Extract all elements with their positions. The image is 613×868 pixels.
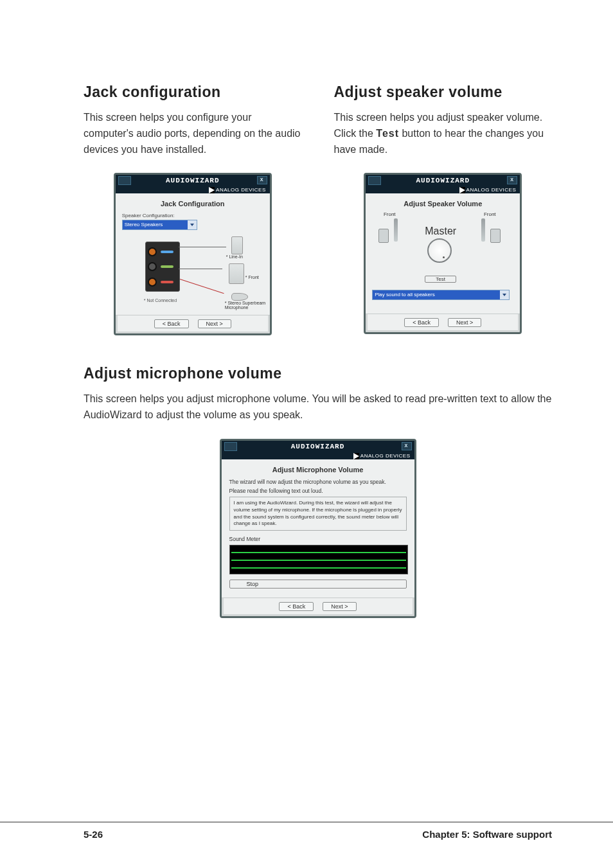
dialog-titlebar: AUDIOWIZARD X: [222, 441, 414, 452]
speaker-config-label: Speaker Configuration:: [122, 213, 263, 218]
front-label: * Front: [245, 275, 259, 279]
next-button[interactable]: Next >: [323, 602, 356, 611]
chapter-label: Chapter 5: Software support: [422, 829, 552, 840]
speaker-heading: Adjust speaker volume: [334, 84, 553, 101]
speaker-body: This screen helps you adjust speaker vol…: [334, 110, 553, 157]
back-button[interactable]: < Back: [154, 319, 189, 328]
jack-dialog: AUDIOWIZARD X ANALOG DEVICES Jack Config…: [114, 173, 272, 335]
front-left-label: Front: [378, 211, 400, 217]
test-button[interactable]: Test: [425, 276, 456, 283]
dialog-titlebar: AUDIOWIZARD X: [116, 175, 270, 186]
jack-dialog-body: Jack Configuration Speaker Configuration…: [116, 193, 270, 315]
speaker-config-dropdown[interactable]: Stereo Speakers: [122, 220, 197, 230]
master-label: Master: [425, 226, 454, 237]
app-icon: [368, 176, 381, 185]
jack-heading: Jack configuration: [84, 84, 302, 101]
mic-body: This screen helps you adjust microphone …: [84, 391, 552, 423]
brand-icon: [209, 187, 215, 193]
jack-config-section: Jack configuration This screen helps you…: [84, 84, 302, 335]
close-icon[interactable]: X: [402, 442, 412, 450]
adjust-speaker-section: Adjust speaker volume This screen helps …: [334, 84, 553, 335]
play-sound-dropdown[interactable]: Play sound to all speakers: [372, 290, 510, 300]
line-in-device-icon: [231, 236, 243, 254]
front-left-slider[interactable]: [394, 218, 398, 242]
speaker-dialog-body: Adjust Speaker Volume Front Front: [366, 193, 520, 314]
front-left-control: Front: [378, 211, 400, 243]
master-control: Master: [425, 226, 454, 264]
chevron-down-icon: [500, 290, 509, 299]
app-icon: [118, 176, 131, 185]
jack-dialog-footer: < Back Next >: [116, 315, 270, 333]
mic-dialog: AUDIOWIZARD X ANALOG DEVICES Adjust Micr…: [220, 439, 416, 618]
back-button[interactable]: < Back: [404, 318, 439, 327]
dialog-title: AUDIOWIZARD: [291, 443, 345, 450]
brand-icon: [459, 187, 465, 193]
sound-meter-label: Sound Meter: [229, 536, 407, 542]
brand-row: ANALOG DEVICES: [116, 186, 270, 193]
brand-row: ANALOG DEVICES: [222, 452, 414, 459]
stop-button[interactable]: Stop: [229, 580, 407, 589]
jack-body: This screen helps you configure your com…: [84, 110, 302, 157]
master-dial[interactable]: [427, 238, 452, 263]
page: Jack configuration This screen helps you…: [0, 0, 613, 868]
page-number: 5-26: [84, 829, 103, 840]
speaker-dialog-footer: < Back Next >: [366, 314, 520, 332]
back-button[interactable]: < Back: [279, 602, 314, 611]
brand-icon: [353, 453, 359, 459]
brand-row: ANALOG DEVICES: [366, 186, 520, 193]
microphone-device-icon: [231, 293, 248, 301]
mic-line1: The wizard will now adjust the microphon…: [229, 479, 407, 485]
mic-line2: Please read the following text out loud.: [229, 488, 407, 494]
adjust-mic-section: Adjust microphone volume This screen hel…: [84, 365, 552, 618]
page-footer: 5-26 Chapter 5: Software support: [0, 822, 613, 840]
mic-read-text: I am using the AudioWizard. During this …: [229, 497, 407, 531]
chevron-down-icon: [188, 220, 197, 229]
brand-text: ANALOG DEVICES: [466, 188, 517, 193]
mic-heading: Adjust microphone volume: [84, 365, 552, 382]
front-right-slider[interactable]: [481, 218, 485, 242]
speaker-subtitle: Adjust Speaker Volume: [372, 200, 513, 208]
app-icon: [224, 442, 237, 451]
mic-subtitle: Adjust Microphone Volume: [229, 466, 407, 474]
play-sound-value: Play sound to all speakers: [373, 290, 500, 299]
top-columns: Jack configuration This screen helps you…: [84, 84, 552, 335]
dialog-title: AUDIOWIZARD: [166, 177, 220, 184]
speaker-dialog: AUDIOWIZARD X ANALOG DEVICES Adjust Spea…: [364, 173, 522, 334]
brand-text: ANALOG DEVICES: [216, 188, 266, 193]
speaker-icon: [378, 229, 389, 243]
front-right-control: Front: [479, 211, 501, 243]
speaker-icon: [490, 229, 501, 243]
line-in-label: * Line-In: [226, 254, 243, 259]
sound-meter: [229, 545, 408, 574]
not-connected-label: * Not Connected: [144, 298, 177, 303]
next-button[interactable]: Next >: [448, 318, 481, 327]
dialog-title: AUDIOWIZARD: [416, 177, 470, 184]
close-icon[interactable]: X: [507, 176, 517, 184]
jack-panel: [145, 242, 180, 292]
mic-label: * Stereo Superbeam Microphone: [225, 301, 270, 310]
jack-subtitle: Jack Configuration: [122, 200, 263, 208]
mic-dialog-footer: < Back Next >: [222, 598, 414, 616]
jack-diagram: * Line-In * Front * Stereo Superbeam Mic…: [122, 234, 263, 311]
brand-text: ANALOG DEVICES: [360, 454, 411, 459]
front-speaker-icon: [229, 263, 244, 284]
speaker-config-value: Stereo Speakers: [123, 220, 188, 229]
front-right-label: Front: [479, 211, 501, 217]
dialog-titlebar: AUDIOWIZARD X: [366, 175, 520, 186]
speaker-body-bold: Test: [376, 128, 399, 139]
close-icon[interactable]: X: [257, 176, 267, 184]
next-button[interactable]: Next >: [198, 319, 231, 328]
mic-dialog-body: Adjust Microphone Volume The wizard will…: [222, 459, 414, 598]
